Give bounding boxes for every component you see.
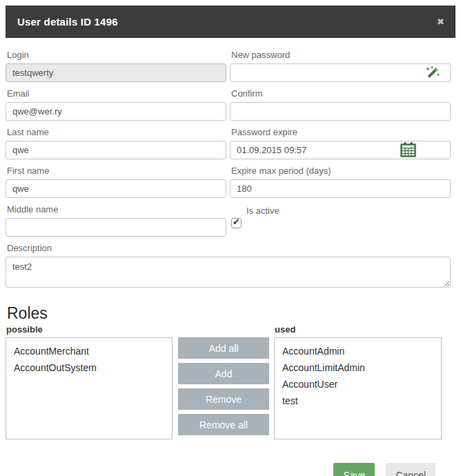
login-input[interactable] — [6, 63, 226, 82]
wand-icon[interactable] — [425, 65, 440, 79]
role-item[interactable]: AccountMerchant — [6, 343, 172, 359]
password-expire-input[interactable] — [230, 141, 451, 159]
confirm-label: Confirm — [231, 88, 451, 99]
modal-body: Login Email Last name First name Middle … — [6, 38, 455, 476]
description-input[interactable]: test2 — [6, 257, 451, 288]
right-column: New password — [230, 50, 451, 243]
middle-name-input[interactable] — [6, 218, 226, 237]
last-name-input[interactable] — [6, 141, 226, 159]
close-icon[interactable]: ✖ — [437, 17, 444, 26]
role-item[interactable]: AccountAdmin — [275, 343, 441, 359]
modal-header: User details ID 1496 ✖ — [6, 6, 455, 38]
save-button[interactable]: Save — [333, 463, 375, 476]
add-button[interactable]: Add — [178, 363, 269, 384]
remove-button[interactable]: Remove — [178, 388, 269, 410]
role-item[interactable]: test — [275, 393, 441, 409]
add-all-button[interactable]: Add all — [178, 337, 269, 359]
used-roles-list[interactable]: AccountAdminAccountLimitAdminAccountUser… — [274, 337, 442, 439]
email-label: Email — [7, 88, 226, 99]
is-active-label: Is active — [246, 206, 451, 216]
confirm-input[interactable] — [230, 102, 451, 121]
description-group: Description test2 — [6, 243, 451, 290]
user-details-modal: User details ID 1496 ✖ Login Email Last … — [6, 6, 455, 476]
first-name-input[interactable] — [6, 179, 226, 198]
modal-title: User details ID 1496 — [17, 16, 118, 28]
expire-max-label: Expire max period (days) — [231, 166, 451, 176]
roles-buttons: Add all Add Remove Remove all — [178, 324, 269, 439]
role-item[interactable]: AccountUser — [275, 376, 441, 393]
roles-section: possible AccountMerchantAccountOutSystem… — [6, 324, 451, 439]
used-label: used — [275, 324, 442, 335]
new-password-input[interactable] — [230, 63, 451, 82]
left-column: Login Email Last name First name Middle … — [6, 50, 226, 243]
expire-max-input[interactable] — [230, 179, 451, 198]
check-mark-icon: ✔ — [233, 217, 240, 227]
roles-heading: Roles — [7, 304, 451, 323]
possible-label: possible — [6, 324, 173, 335]
last-name-label: Last name — [7, 127, 226, 137]
role-item[interactable]: AccountLimitAdmin — [275, 359, 441, 376]
possible-roles-list[interactable]: AccountMerchantAccountOutSystem — [6, 337, 173, 439]
role-item[interactable]: AccountOutSystem — [6, 359, 172, 376]
modal-footer: Save Cancel — [6, 463, 451, 476]
description-label: Description — [7, 243, 451, 253]
cancel-button[interactable]: Cancel — [386, 463, 435, 476]
new-password-label: New password — [231, 50, 451, 60]
login-label: Login — [7, 50, 226, 60]
remove-all-button[interactable]: Remove all — [178, 414, 269, 435]
is-active-checkbox[interactable]: ✔ — [231, 218, 242, 228]
calendar-icon[interactable] — [400, 141, 416, 158]
email-input[interactable] — [6, 102, 226, 121]
middle-name-label: Middle name — [7, 204, 226, 215]
first-name-label: First name — [7, 166, 226, 176]
password-expire-label: Password expire — [231, 127, 451, 137]
